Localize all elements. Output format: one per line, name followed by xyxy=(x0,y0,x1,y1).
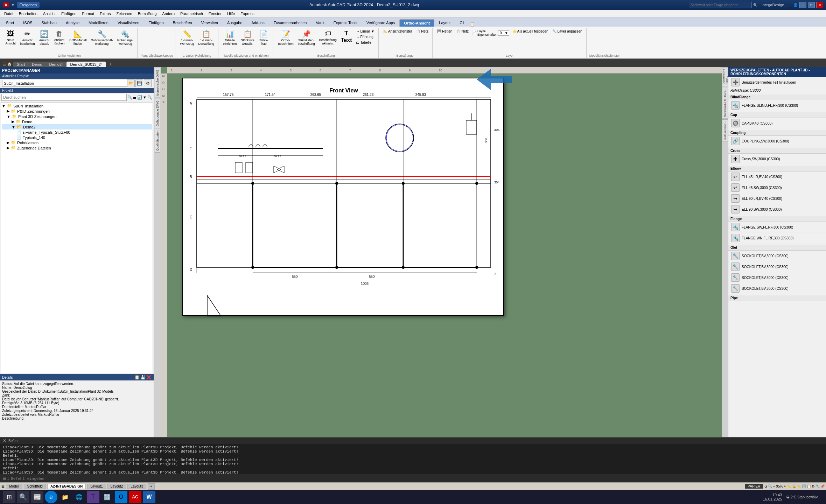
tab-demo2-su013[interactable]: Demo2_SU013_2° xyxy=(66,62,106,67)
sb-icon5[interactable]: 📋 xyxy=(807,484,811,488)
close-btn[interactable]: ✕ xyxy=(816,2,823,8)
taskbar-widgets[interactable]: 📰 xyxy=(31,491,43,503)
rp-flange-wn[interactable]: 🔩 FLANGE WN,FL,RF,300 (CS300) xyxy=(728,233,826,244)
ortho-label[interactable]: Orthogonale DWG xyxy=(155,99,160,128)
menu-zeichnen[interactable]: Zeichnen xyxy=(113,11,135,16)
1linien-werkzeug-btn[interactable]: 📏1-Linien-Werkzeug xyxy=(178,29,196,47)
sb-add-tab[interactable]: + xyxy=(148,483,155,490)
tabelle-einrichten-btn[interactable]: 📊Tabelleeinrichten xyxy=(221,29,238,47)
tab-beschriften[interactable]: Beschriften xyxy=(168,19,197,27)
menu-hilfe[interactable]: Hilfe xyxy=(224,11,238,16)
tab-ortho-ansicht[interactable]: Ortho-Ansicht xyxy=(399,19,434,27)
anpassen-btn[interactable]: 🔧 Layer anpassen xyxy=(551,29,584,34)
tab-demo2[interactable]: Demo2° xyxy=(46,62,67,67)
tab-verwalten[interactable]: Verwalten xyxy=(197,19,223,27)
taskbar-explorer[interactable]: 📁 xyxy=(59,491,71,503)
rp-flange-blind[interactable]: 🔩 FLANGE BLIND,FL,RF,300 (CS300) xyxy=(728,100,826,111)
tree-typicals[interactable]: 📄 Typicals_140 xyxy=(2,135,152,140)
taskbar-autocad[interactable]: AC xyxy=(129,491,141,503)
tree-demo2[interactable]: ▼ 📂 Demo2 xyxy=(2,124,152,130)
project-search-input[interactable] xyxy=(1,94,127,101)
sb-a2-tab[interactable]: A2-INTEGADESIGN xyxy=(47,484,86,489)
sb-layout1-tab[interactable]: Layout1 xyxy=(87,484,106,489)
taskbar-start[interactable]: ⊞ xyxy=(3,491,15,503)
menu-einfuegen[interactable]: Einfügen xyxy=(58,11,79,16)
sb-icon1[interactable]: 📐 xyxy=(787,484,791,488)
rp-sock4[interactable]: 🔧 SOCKOLET,BV,3000 (CS300) xyxy=(728,283,826,294)
drawing-area[interactable]: 1 2 3 4 5 6 7 8 9 10 A B C D E xyxy=(161,67,722,437)
stueck-beschr-btn[interactable]: 📌Stücklisten-beschriftung xyxy=(296,29,317,47)
sb-icon8[interactable]: 📌 xyxy=(820,484,825,488)
sb-layout2-tab[interactable]: Layout2 xyxy=(107,484,126,489)
minimize-btn[interactable]: ─ xyxy=(799,2,806,8)
sb-schriftfeld-tab[interactable]: Schriftfeld xyxy=(24,484,46,489)
rohrauss-btn[interactable]: 🔧Rohrausschnitt-werkzeug xyxy=(89,29,115,47)
rp-sock2[interactable]: 🔧 SOCKOLET,BV,3000 (CS300) xyxy=(728,261,826,272)
details-btn3[interactable]: ❌ xyxy=(146,375,152,380)
tab-stahlbau[interactable]: Stahlbau xyxy=(37,19,61,27)
tab-zusammenarbeiten[interactable]: Zusammenarbeiten xyxy=(269,19,312,27)
rp-ell45lr[interactable]: ↩ ELL 45 LR,BV,40 (CS300) xyxy=(728,172,826,182)
menu-ansicht[interactable]: Ansicht xyxy=(40,11,58,16)
menu-parametrisch[interactable]: Parametrisch xyxy=(177,11,206,16)
rp-flange-sw[interactable]: 🔩 FLANGE SW,FL,RF,300 (CS300) xyxy=(728,222,826,233)
tab-start[interactable]: Start xyxy=(1,19,19,27)
menu-bearbeiten[interactable]: Bearbeiten xyxy=(16,11,40,16)
sb-menu-icon[interactable]: ☰ xyxy=(1,484,5,488)
details-btn1[interactable]: 📋 xyxy=(134,375,140,380)
tab-layout[interactable]: Layout xyxy=(434,19,455,27)
fuehrung-btn[interactable]: → Führung xyxy=(354,34,376,40)
qualitaet-label[interactable]: Qualitätsdaten xyxy=(155,129,160,153)
sb-icon3[interactable]: 📏 xyxy=(797,484,801,488)
rp-cross[interactable]: ✚ Cross,SW,3000 (CS300) xyxy=(728,154,826,164)
rp-ell90sw[interactable]: ↪ ELL 90,SW,3000 (CS300) xyxy=(728,204,826,215)
ortho-beschr-btn[interactable]: 📝Ortho-Beschriften xyxy=(276,29,295,47)
taskbar-search[interactable]: 🔍 xyxy=(17,491,29,503)
ansicht-loeschen-btn[interactable]: 🗑Ansichtlöschen xyxy=(52,29,66,46)
sb-icon2[interactable]: 🔒 xyxy=(792,484,796,488)
tab-visualisieren[interactable]: Visualisieren xyxy=(113,19,144,27)
sb-modell-tab[interactable]: Modell xyxy=(6,484,22,489)
taskbar-chrome[interactable]: 🌐 xyxy=(73,491,85,503)
tab-extra[interactable]: 📋 xyxy=(470,22,475,27)
linear-btn[interactable]: ↔ Linear ▼ xyxy=(354,29,376,34)
sb-icon4[interactable]: 🔢 xyxy=(802,484,806,488)
tab-start[interactable]: Start xyxy=(13,62,28,67)
dynamisch-tab[interactable]: DynamischeRohr... xyxy=(722,67,728,86)
neue-ansicht-btn[interactable]: 🖼NeueAnsicht xyxy=(4,29,18,46)
rp-cap[interactable]: 🔘 CAP,BV,40 (CS300) xyxy=(728,118,826,129)
tab-isos[interactable]: ISOS xyxy=(19,19,37,27)
tab-modellieren[interactable]: Modellieren xyxy=(84,19,113,27)
menu-datei[interactable]: Datei xyxy=(1,11,16,16)
proj-settings-btn[interactable]: ⚙ xyxy=(144,79,152,87)
cmd-input[interactable] xyxy=(11,477,823,481)
tree-plant3d[interactable]: ▼ 📁 Plant 3D-Zeichnungen xyxy=(2,114,152,119)
ansichtsfenster-btn[interactable]: 📐 Ansichtsfenster xyxy=(382,29,414,34)
project-filter-icon[interactable]: ▼ xyxy=(143,95,147,99)
sb-icon6[interactable]: ⚙ xyxy=(812,484,815,488)
project-menu-icon[interactable]: ☰ xyxy=(133,95,136,100)
tree-zugehoerige[interactable]: ▶ 📁 Zugehörige Dateien xyxy=(2,145,152,150)
tab-demo[interactable]: Demo xyxy=(28,62,46,67)
rp-sock1[interactable]: 🔧 SOCKOLET,BV,3000 (CS300) xyxy=(728,251,826,261)
tabelle-sm-btn[interactable]: 🗂 Tabelle xyxy=(354,40,376,45)
menu-aendern[interactable]: Ändern xyxy=(160,11,177,16)
stueckliste-btn[interactable]: 📄Stück-liste xyxy=(257,29,271,47)
tree-sucri[interactable]: ▼ 📁 SuCri_Installation xyxy=(2,103,152,108)
hamburger-icon[interactable]: ☰ xyxy=(3,62,6,66)
freigeben-btn[interactable]: Freigeben xyxy=(17,2,40,8)
in3d-modell-btn[interactable]: 📐In 3D-Modellfinden xyxy=(67,29,89,47)
iso-label[interactable]: Isometrische DWG xyxy=(155,68,160,98)
tree-siframe[interactable]: 📄 siFrame_Typicals_StützF80 xyxy=(2,130,152,135)
proj-save-btn[interactable]: 💾 xyxy=(135,79,143,87)
menu-fenster[interactable]: Fenster xyxy=(206,11,224,16)
rp-ell90lr[interactable]: ↪ ELL 90 LR,BV,40 (CS300) xyxy=(728,193,826,204)
tab-einfuegen[interactable]: Einfügen xyxy=(144,19,168,27)
tab-expresstools[interactable]: Express Tools xyxy=(329,19,362,27)
tab-ausgabe[interactable]: Ausgabe xyxy=(223,19,247,27)
taskbar-word[interactable]: W xyxy=(143,491,155,503)
taskbar-edge[interactable]: e xyxy=(45,491,57,503)
menu-bemasssung[interactable]: Bemaßung xyxy=(135,11,160,16)
tab-cli[interactable]: Cli xyxy=(455,19,469,27)
tree-rohrklassen[interactable]: ▶ 📁 Rohrklassen xyxy=(2,140,152,145)
